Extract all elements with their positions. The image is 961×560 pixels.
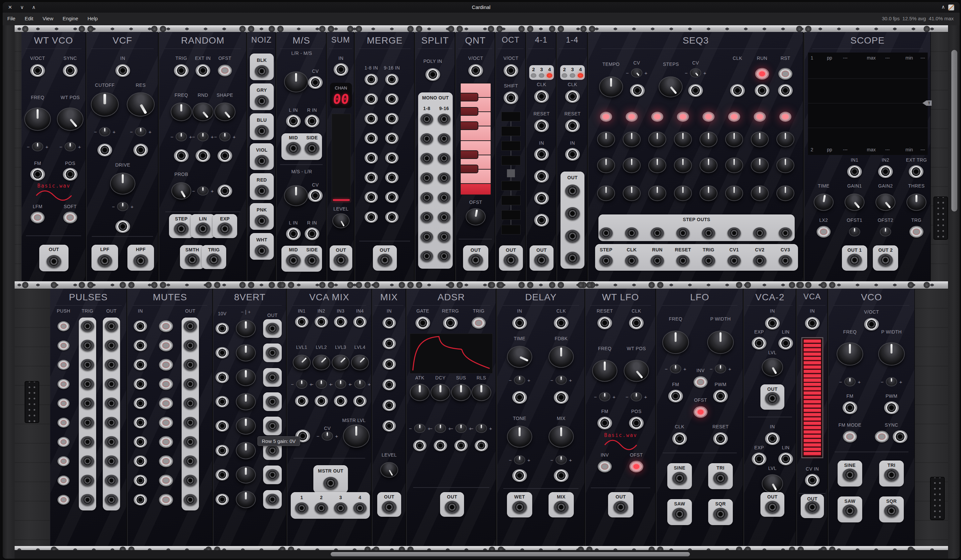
- port-jack[interactable]: [629, 417, 644, 429]
- port-jack[interactable]: [323, 477, 338, 489]
- trim-knob[interactable]: [354, 379, 366, 389]
- push-button[interactable]: [58, 456, 69, 466]
- knob[interactable]: [236, 320, 256, 337]
- step-led[interactable]: [651, 112, 663, 122]
- port-jack[interactable]: [255, 245, 269, 257]
- knob[interactable]: [597, 186, 615, 201]
- port-jack[interactable]: [295, 316, 309, 327]
- knob[interactable]: [236, 393, 256, 410]
- port-jack[interactable]: [534, 119, 549, 132]
- knob[interactable]: [674, 157, 692, 173]
- port-jack[interactable]: [534, 214, 549, 226]
- port-jack[interactable]: [878, 165, 893, 178]
- knob[interactable]: [351, 355, 369, 371]
- channel-selector[interactable]: 234: [529, 65, 554, 80]
- port-jack[interactable]: [365, 172, 378, 183]
- port-jack[interactable]: [534, 90, 549, 103]
- knob[interactable]: [91, 92, 119, 116]
- port-jack[interactable]: [565, 148, 580, 160]
- knob[interactable]: [343, 424, 370, 448]
- trim-knob[interactable]: [135, 127, 146, 136]
- port-jack[interactable]: [765, 317, 780, 329]
- knob[interactable]: [674, 186, 692, 201]
- trim-knob[interactable]: [316, 379, 327, 389]
- knob[interactable]: [236, 466, 256, 483]
- port-jack[interactable]: [778, 337, 793, 350]
- port-jack[interactable]: [382, 379, 396, 390]
- port-jack[interactable]: [134, 475, 147, 486]
- knob[interactable]: [623, 186, 641, 201]
- port-jack[interactable]: [315, 395, 328, 407]
- port-jack[interactable]: [47, 255, 61, 268]
- push-button[interactable]: [58, 475, 69, 486]
- trim-knob[interactable]: [631, 392, 642, 401]
- port-jack[interactable]: [765, 432, 780, 445]
- quantizer-keyboard[interactable]: [460, 83, 491, 195]
- port-jack[interactable]: [443, 316, 458, 329]
- trim-knob[interactable]: [197, 186, 209, 196]
- knob[interactable]: [762, 358, 783, 376]
- port-jack[interactable]: [185, 254, 199, 266]
- port-jack[interactable]: [133, 144, 148, 156]
- port-jack[interactable]: [217, 149, 232, 162]
- port-jack[interactable]: [475, 440, 488, 451]
- port-jack[interactable]: [295, 395, 309, 407]
- port-jack[interactable]: [554, 501, 569, 513]
- port-jack[interactable]: [215, 396, 229, 408]
- knob[interactable]: [192, 103, 214, 121]
- port-jack[interactable]: [365, 74, 378, 85]
- port-jack[interactable]: [434, 440, 447, 451]
- port-jack[interactable]: [565, 185, 580, 197]
- port-jack[interactable]: [215, 445, 229, 456]
- port-jack[interactable]: [134, 398, 147, 409]
- port-jack[interactable]: [334, 395, 347, 407]
- port-jack[interactable]: [98, 254, 112, 267]
- port-jack[interactable]: [713, 432, 728, 445]
- port-jack[interactable]: [134, 436, 147, 448]
- knob[interactable]: [648, 157, 666, 173]
- ladder-step[interactable]: [501, 112, 521, 121]
- push-button[interactable]: [159, 475, 173, 486]
- knob[interactable]: [24, 108, 51, 131]
- knob[interactable]: [751, 186, 769, 201]
- port-jack[interactable]: [421, 212, 433, 223]
- push-button[interactable]: [58, 321, 69, 331]
- trim-knob[interactable]: [880, 227, 891, 236]
- step-led[interactable]: [677, 112, 689, 122]
- knob[interactable]: [410, 384, 430, 401]
- push-button[interactable]: [58, 398, 69, 408]
- knob[interactable]: [814, 194, 834, 211]
- port-jack[interactable]: [672, 472, 687, 485]
- port-jack[interactable]: [630, 84, 644, 97]
- port-jack[interactable]: [98, 144, 112, 156]
- port-jack[interactable]: [752, 337, 767, 350]
- port-jack[interactable]: [174, 64, 189, 77]
- port-jack[interactable]: [353, 395, 366, 407]
- knob[interactable]: [236, 417, 256, 435]
- port-jack[interactable]: [134, 321, 147, 332]
- port-jack[interactable]: [385, 93, 399, 105]
- port-jack[interactable]: [421, 173, 433, 184]
- port-jack[interactable]: [382, 338, 396, 349]
- knob[interactable]: [725, 186, 743, 201]
- port-jack[interactable]: [305, 115, 319, 127]
- knob[interactable]: [170, 103, 192, 121]
- port-jack[interactable]: [421, 251, 433, 262]
- port-jack[interactable]: [884, 401, 899, 414]
- port-jack[interactable]: [382, 400, 396, 411]
- port-jack[interactable]: [512, 391, 527, 404]
- port-jack[interactable]: [365, 113, 378, 124]
- knob[interactable]: [906, 194, 926, 211]
- port-jack[interactable]: [196, 149, 210, 162]
- ofst-button[interactable]: [694, 406, 707, 418]
- port-jack[interactable]: [438, 231, 450, 242]
- port-jack[interactable]: [334, 254, 348, 266]
- port-jack[interactable]: [765, 392, 780, 405]
- port-jack[interactable]: [445, 501, 460, 513]
- trig-button[interactable]: [472, 317, 486, 329]
- port-jack[interactable]: [554, 469, 569, 482]
- octave-ladder[interactable]: [501, 112, 521, 234]
- step-led[interactable]: [728, 112, 740, 122]
- knob[interactable]: [284, 72, 308, 93]
- port-jack[interactable]: [134, 359, 147, 371]
